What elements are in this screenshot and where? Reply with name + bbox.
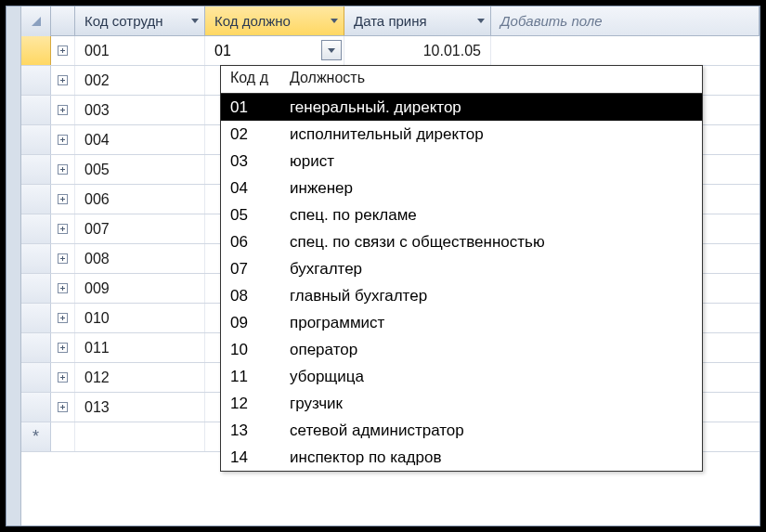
table-row[interactable]: 00110.01.05	[21, 36, 760, 66]
row-selector[interactable]: *	[21, 422, 51, 451]
dropdown-item-code: 04	[221, 179, 280, 198]
cell-employee-code[interactable]: 006	[75, 185, 205, 214]
row-selector[interactable]	[21, 125, 51, 154]
dropdown-item[interactable]: 12грузчик	[221, 390, 702, 417]
cell-employee-code[interactable]: 008	[75, 244, 205, 273]
cell-employee-code[interactable]: 002	[75, 66, 205, 95]
cell-employee-code[interactable]: 007	[75, 214, 205, 243]
cell-employee-code[interactable]: 009	[75, 274, 205, 303]
row-selector[interactable]	[21, 185, 51, 214]
dropdown-header-code: Код д	[221, 66, 280, 93]
expand-cell[interactable]	[51, 244, 75, 273]
plus-icon	[58, 283, 68, 293]
dropdown-item[interactable]: 09программист	[221, 309, 702, 336]
cell-employee-code[interactable]: 003	[75, 96, 205, 124]
cell-employee-code[interactable]: 004	[75, 125, 205, 154]
dropdown-item[interactable]: 01генеральный. директор	[221, 94, 702, 121]
dropdown-item[interactable]: 13сетевой администратор	[221, 417, 702, 444]
dropdown-item-name: генеральный. директор	[280, 98, 702, 117]
dropdown-item[interactable]: 05спец. по рекламе	[221, 201, 702, 228]
row-selector[interactable]	[21, 214, 51, 243]
row-selector[interactable]	[21, 393, 51, 422]
expand-cell[interactable]	[51, 333, 75, 362]
plus-icon	[58, 45, 68, 56]
dropdown-item-code: 03	[221, 152, 280, 171]
cell-employee-code[interactable]: 001	[75, 36, 205, 65]
column-header-position[interactable]: Код должно	[205, 6, 344, 35]
dropdown-item-name: инспектор по кадров	[280, 448, 702, 467]
row-selector[interactable]	[21, 96, 51, 124]
dropdown-header-name: Должность	[280, 66, 702, 93]
datasheet: Код сотрудн Код должно Дата приня Добави…	[21, 6, 760, 526]
row-selector[interactable]	[21, 363, 51, 392]
expand-cell[interactable]	[51, 185, 75, 214]
expand-cell[interactable]	[51, 363, 75, 392]
dropdown-item[interactable]: 04инженер	[221, 175, 702, 201]
expand-cell[interactable]	[51, 214, 75, 243]
dropdown-item[interactable]: 02исполнительный директор	[221, 121, 702, 148]
cell-employee-code[interactable]: 010	[75, 304, 205, 332]
plus-icon	[58, 105, 68, 115]
row-selector[interactable]	[21, 274, 51, 303]
expand-cell[interactable]	[51, 155, 75, 184]
expand-cell[interactable]	[51, 96, 75, 124]
dropdown-item-code: 06	[221, 233, 280, 252]
row-selector[interactable]	[21, 333, 51, 362]
column-label: Код должно	[214, 13, 291, 29]
cell-employee-code[interactable]: 013	[75, 393, 205, 422]
expand-cell[interactable]	[51, 36, 75, 65]
empty-cell[interactable]	[75, 422, 205, 451]
dropdown-item[interactable]: 10оператор	[221, 336, 702, 363]
expand-column-header	[51, 6, 75, 35]
dropdown-item-name: инженер	[280, 179, 702, 198]
plus-icon	[58, 372, 68, 383]
chevron-down-icon	[477, 19, 485, 23]
dropdown-item-name: бухгалтер	[280, 260, 702, 279]
dropdown-item[interactable]: 03юрист	[221, 148, 702, 175]
dropdown-item-code: 10	[221, 341, 280, 359]
plus-icon	[58, 343, 68, 353]
expand-cell[interactable]	[51, 304, 75, 332]
dropdown-item[interactable]: 07бухгалтер	[221, 255, 702, 282]
cell-position-code[interactable]	[205, 36, 344, 65]
select-all-corner[interactable]	[21, 6, 51, 36]
dropdown-item-name: грузчик	[280, 395, 702, 413]
plus-icon	[58, 402, 68, 412]
combo-dropdown-button[interactable]	[321, 40, 342, 60]
expand-cell[interactable]	[51, 66, 75, 95]
cell-hire-date[interactable]: 10.01.05	[344, 36, 491, 65]
cell-employee-code[interactable]: 011	[75, 333, 205, 362]
expand-cell[interactable]	[51, 125, 75, 154]
column-label: Добавить поле	[500, 13, 603, 29]
column-header-add-field[interactable]: Добавить поле	[491, 6, 760, 35]
dropdown-item-name: уборщица	[280, 368, 702, 386]
chevron-down-icon	[331, 19, 338, 23]
dropdown-item[interactable]: 14инспектор по кадров	[221, 444, 702, 471]
cell-employee-code[interactable]: 005	[75, 155, 205, 184]
expand-cell[interactable]	[51, 274, 75, 303]
plus-icon	[58, 253, 68, 264]
datasheet-window: Код сотрудн Код должно Дата приня Добави…	[6, 6, 760, 526]
chevron-down-icon	[191, 19, 199, 23]
dropdown-item-code: 14	[221, 448, 280, 467]
dropdown-item[interactable]: 11уборщица	[221, 363, 702, 390]
dropdown-item[interactable]: 06спец. по связи с общественностью	[221, 228, 702, 255]
plus-icon	[58, 135, 68, 145]
column-header-employee[interactable]: Код сотрудн	[75, 6, 205, 35]
row-selector[interactable]	[21, 155, 51, 184]
dropdown-item-name: юрист	[280, 152, 702, 171]
plus-icon	[58, 224, 68, 234]
row-selector[interactable]	[21, 244, 51, 273]
chevron-down-icon	[328, 48, 335, 53]
expand-cell[interactable]	[51, 393, 75, 422]
plus-icon	[58, 313, 68, 323]
dropdown-item[interactable]: 08главный бухгалтер	[221, 282, 702, 309]
row-selector[interactable]	[21, 304, 51, 332]
column-label: Дата приня	[354, 13, 427, 29]
row-selector[interactable]	[21, 66, 51, 95]
dropdown-item-code: 02	[221, 125, 280, 144]
cell-employee-code[interactable]: 012	[75, 363, 205, 392]
row-selector[interactable]	[21, 36, 51, 65]
column-header-date[interactable]: Дата приня	[344, 6, 491, 35]
dropdown-item-code: 13	[221, 422, 280, 440]
